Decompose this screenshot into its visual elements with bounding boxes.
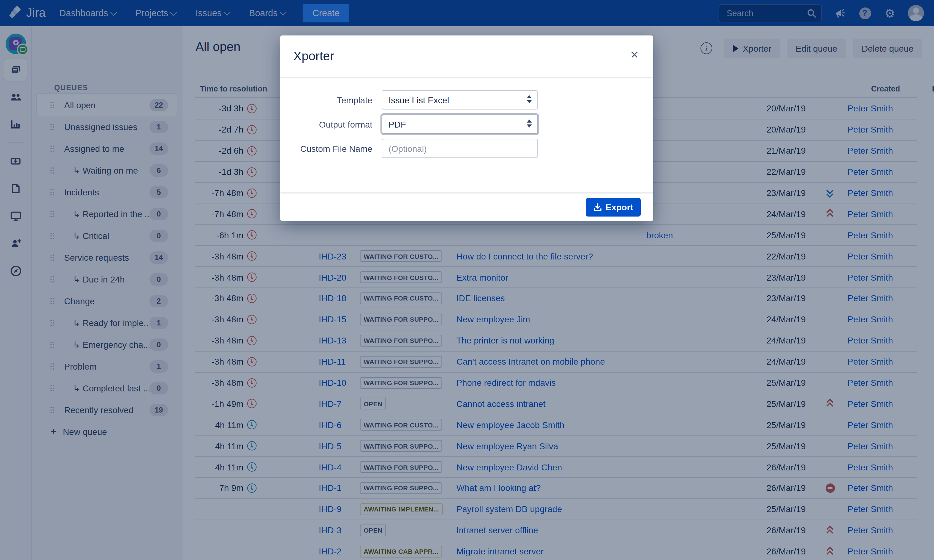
custom-file-name-field-row: Custom File Name <box>280 139 653 158</box>
modal-footer: Export <box>280 192 653 221</box>
select-spinner-icon <box>527 120 532 127</box>
output-format-field-row: Output format PDF <box>280 114 653 134</box>
export-button[interactable]: Export <box>586 198 641 217</box>
output-format-label: Output format <box>280 119 372 129</box>
download-icon <box>593 203 602 212</box>
xporter-modal: Xporter ✕ Template Issue List Excel Outp… <box>280 35 653 221</box>
select-spinner-icon <box>527 95 532 103</box>
modal-header: Xporter ✕ <box>280 35 653 78</box>
close-icon[interactable]: ✕ <box>628 49 641 62</box>
custom-file-name-label: Custom File Name <box>280 143 372 153</box>
template-select[interactable]: Issue List Excel <box>382 90 538 109</box>
template-label: Template <box>280 95 372 105</box>
custom-file-name-input[interactable] <box>382 139 538 158</box>
output-format-select[interactable]: PDF <box>382 114 538 134</box>
template-field-row: Template Issue List Excel <box>280 90 653 109</box>
modal-title: Xporter <box>293 49 334 63</box>
